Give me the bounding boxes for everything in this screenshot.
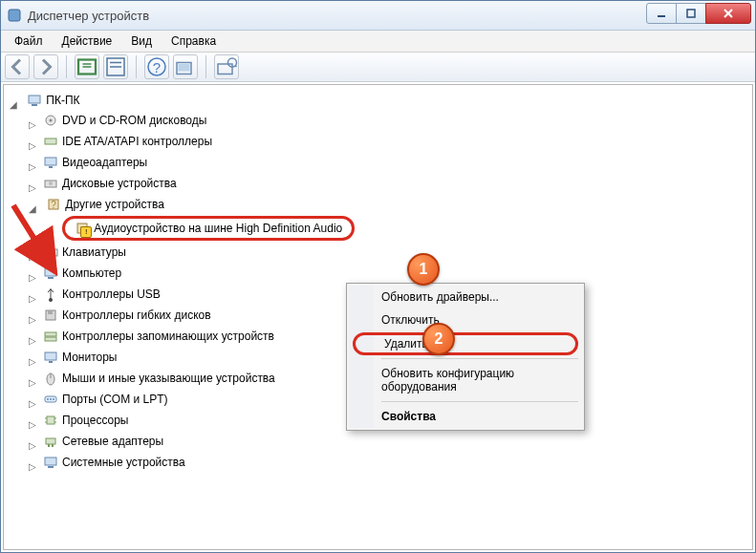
- expand-icon[interactable]: ▷: [27, 272, 38, 283]
- computer-icon: [43, 266, 58, 281]
- tree-item-label: Аудиоустройство на шине High Definition …: [94, 222, 342, 235]
- context-menu-delete[interactable]: Удалить: [353, 332, 578, 355]
- toolbar-separator: [66, 55, 67, 78]
- tree-panel[interactable]: ◢ ПК-ПК ▷DVD и CD-ROM дисководы ▷IDE ATA…: [3, 84, 753, 550]
- maximize-button[interactable]: [676, 3, 706, 24]
- collapse-icon[interactable]: ◢: [8, 99, 19, 110]
- tree-item-label: Мыши и иные указывающие устройства: [62, 372, 275, 385]
- expand-icon[interactable]: ▷: [27, 140, 38, 151]
- toolbar-properties-button[interactable]: [103, 54, 128, 79]
- annotation-badge-1: 1: [407, 253, 440, 286]
- collapse-icon[interactable]: ◢: [27, 203, 38, 214]
- expand-icon[interactable]: ▷: [27, 314, 38, 325]
- toolbar-separator: [205, 55, 206, 78]
- svg-rect-12: [179, 64, 190, 72]
- tree-item-computer[interactable]: Компьютер: [40, 265, 124, 282]
- svg-rect-32: [45, 268, 56, 276]
- toolbar-show-hidden-button[interactable]: [75, 54, 99, 79]
- close-button[interactable]: [705, 3, 751, 24]
- unknown-device-icon: ? !: [75, 221, 90, 236]
- svg-point-45: [50, 398, 52, 400]
- expand-icon[interactable]: ▷: [27, 161, 38, 172]
- toolbar-scan-hardware-button[interactable]: [214, 54, 239, 79]
- svg-rect-47: [47, 416, 54, 424]
- menu-view[interactable]: Вид: [121, 32, 162, 50]
- tree-root[interactable]: ПК-ПК: [24, 92, 82, 109]
- tree-item-mice[interactable]: Мыши и иные указывающие устройства: [40, 370, 278, 387]
- tree-root-label: ПК-ПК: [46, 94, 79, 107]
- svg-rect-0: [9, 10, 20, 21]
- expand-icon[interactable]: ▷: [27, 356, 38, 367]
- annotation-badge-2: 2: [422, 323, 455, 355]
- tree-item-system[interactable]: Системные устройства: [40, 454, 188, 471]
- menu-help[interactable]: Справка: [162, 32, 226, 50]
- toolbar-back-button[interactable]: [5, 54, 30, 79]
- tree-item-network[interactable]: Сетевые адаптеры: [40, 433, 166, 450]
- unknown-device-icon: ?: [46, 197, 61, 212]
- system-device-icon: [43, 455, 58, 470]
- svg-rect-22: [49, 166, 53, 168]
- tree-item-label: Другие устройства: [65, 198, 164, 211]
- titlebar[interactable]: Диспетчер устройств: [1, 1, 755, 31]
- expand-icon[interactable]: ▷: [27, 182, 38, 193]
- expand-icon[interactable]: ▷: [27, 251, 38, 262]
- context-menu-disable[interactable]: Отключить: [349, 308, 582, 331]
- svg-rect-40: [49, 361, 53, 363]
- menu-action[interactable]: Действие: [53, 32, 122, 50]
- tree-item-label: Контроллеры USB: [62, 287, 161, 301]
- video-adapter-icon: [43, 155, 58, 170]
- tree-item-hd-audio[interactable]: ? ! Аудиоустройство на шине High Definit…: [62, 216, 355, 241]
- expand-icon[interactable]: ▷: [27, 419, 38, 430]
- svg-point-46: [53, 398, 54, 400]
- svg-line-15: [235, 66, 237, 68]
- svg-rect-2: [687, 10, 695, 17]
- tree-item-ports[interactable]: Порты (COM и LPT): [40, 391, 171, 408]
- toolbar-scan-button[interactable]: [173, 54, 198, 79]
- tree-item-keyboards[interactable]: Клавиатуры: [40, 244, 129, 261]
- svg-rect-39: [45, 352, 56, 360]
- device-manager-window: Диспетчер устройств Файл Действие Вид Сп…: [0, 0, 756, 553]
- tree-item-monitors[interactable]: Мониторы: [40, 349, 119, 366]
- tree-item-storage[interactable]: Контроллеры запоминающих устройств: [40, 328, 277, 345]
- context-menu-scan-hardware[interactable]: Обновить конфигурацию оборудования: [349, 362, 582, 398]
- content-area: ◢ ПК-ПК ▷DVD и CD-ROM дисководы ▷IDE ATA…: [1, 82, 755, 552]
- tree-item-ide[interactable]: IDE ATA/ATAPI контроллеры: [40, 133, 215, 150]
- menu-file[interactable]: Файл: [5, 32, 53, 50]
- app-icon: [7, 8, 22, 23]
- svg-point-34: [49, 298, 53, 302]
- tree-item-disk[interactable]: Дисковые устройства: [40, 175, 180, 192]
- svg-rect-54: [52, 444, 54, 447]
- svg-rect-1: [658, 15, 665, 17]
- toolbar-separator: [136, 55, 137, 78]
- expand-icon[interactable]: ▷: [27, 377, 38, 388]
- toolbar-help-button[interactable]: ?: [144, 54, 169, 79]
- tree-item-dvd[interactable]: DVD и CD-ROM дисководы: [40, 112, 209, 129]
- storage-controller-icon: [43, 329, 58, 344]
- tree-item-label: DVD и CD-ROM дисководы: [62, 114, 206, 127]
- tree-item-other-devices[interactable]: ? Другие устройства: [43, 196, 167, 213]
- tree-item-floppy[interactable]: Контроллеры гибких дисков: [40, 307, 214, 324]
- usb-controller-icon: [43, 287, 58, 302]
- optical-drive-icon: [43, 113, 58, 128]
- tree-item-processors[interactable]: Процессоры: [40, 412, 132, 429]
- toolbar-forward-button[interactable]: [33, 54, 58, 79]
- expand-icon[interactable]: ▷: [27, 461, 38, 472]
- expand-icon[interactable]: ▷: [27, 398, 38, 409]
- context-menu-update-drivers[interactable]: Обновить драйверы...: [349, 286, 582, 308]
- expand-icon[interactable]: ▷: [27, 293, 38, 304]
- expand-icon[interactable]: ▷: [27, 440, 38, 451]
- svg-rect-55: [45, 457, 56, 465]
- window-controls: [647, 3, 751, 24]
- expand-icon[interactable]: ▷: [27, 119, 38, 130]
- mouse-icon: [43, 371, 58, 386]
- context-menu: Обновить драйверы... Отключить Удалить О…: [346, 283, 585, 431]
- expand-icon[interactable]: ▷: [27, 335, 38, 346]
- context-menu-properties[interactable]: Свойства: [349, 405, 582, 428]
- keyboard-icon: [43, 245, 58, 260]
- svg-rect-17: [32, 104, 37, 106]
- svg-rect-37: [45, 332, 56, 336]
- minimize-button[interactable]: [646, 3, 677, 24]
- tree-item-video[interactable]: Видеоадаптеры: [40, 154, 150, 171]
- disk-drive-icon: [43, 176, 58, 191]
- tree-item-usb[interactable]: Контроллеры USB: [40, 286, 163, 303]
